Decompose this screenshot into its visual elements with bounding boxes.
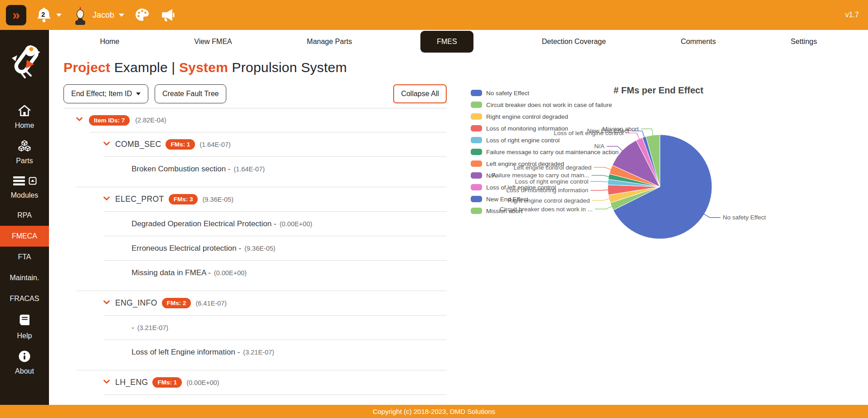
user-name[interactable]: Jacob bbox=[93, 10, 114, 20]
legend-item-mission-abort[interactable]: Mission abort bbox=[471, 205, 619, 217]
sidebar-item-fracas[interactable]: FRACAS bbox=[0, 288, 49, 309]
legend-item-new-end-effect[interactable]: New End Effect bbox=[471, 193, 619, 205]
tree-child-row[interactable]: Degraded Operation Electrical Protection… bbox=[63, 212, 447, 236]
row-value: (1.64E-07) bbox=[234, 165, 265, 173]
sidebar-item-label: Maintain. bbox=[10, 274, 39, 282]
legend-item-no-safety-effect[interactable]: No safety Effect bbox=[471, 87, 619, 99]
failure-mode-label: Degraded Operation Electrical Protection… bbox=[132, 219, 276, 228]
row-value: (9.36E-05) bbox=[202, 196, 234, 203]
legend-item-circuit-breaker-does-not-work-in-case-of-failure[interactable]: Circuit breaker does not work in case of… bbox=[471, 99, 619, 111]
tree-child-row[interactable]: Missing data in FMEA -(0.00E+00) bbox=[63, 261, 447, 285]
row-value: (3.21E-07) bbox=[243, 349, 274, 356]
sidebar-item-modules[interactable]: Modules bbox=[0, 170, 49, 205]
sidebar-toggle-button[interactable]: » bbox=[6, 5, 26, 25]
about-info-icon bbox=[18, 350, 31, 365]
sidebar: HomePartsModulesRPAFMECAFTAMaintain.FRAC… bbox=[0, 30, 49, 405]
expand-chevron-icon[interactable] bbox=[102, 140, 111, 150]
tree-child-row[interactable]: Loss of left Engine information -(3.21E-… bbox=[63, 340, 447, 364]
legend-item-loss-of-right-engine-control[interactable]: Loss of right engine control bbox=[471, 134, 619, 146]
fms-count-badge: FMs: 1 bbox=[152, 377, 182, 388]
fms-count-badge: FMs: 1 bbox=[166, 139, 195, 150]
pie-callout-label: No safety Effect bbox=[723, 214, 766, 221]
create-fault-tree-button[interactable]: Create Fault Tree bbox=[155, 84, 227, 103]
home-icon bbox=[18, 104, 31, 119]
sidebar-item-label: FMECA bbox=[12, 232, 37, 240]
chart-title: # FMs per End Effect bbox=[614, 85, 703, 96]
legend-item-failure-message-to-carry-out-maintenance-action[interactable]: Failure message to carry out maintenance… bbox=[471, 146, 619, 158]
tab-home[interactable]: Home bbox=[94, 34, 126, 49]
sidebar-item-home[interactable]: Home bbox=[0, 100, 49, 135]
sort-dropdown-label: End Effect; Item ID bbox=[71, 90, 132, 98]
group-name: ENG_INFO bbox=[115, 298, 157, 308]
tree-root-row[interactable]: Item IDs: 7(2.82E-04) bbox=[63, 108, 447, 132]
app-version: v1.7 bbox=[845, 11, 859, 19]
legend-label: Loss of left engine control bbox=[486, 184, 556, 191]
tree-child-row[interactable]: -(3.21E-07) bbox=[63, 316, 447, 340]
notifications-caret-icon[interactable] bbox=[56, 14, 62, 17]
user-menu-caret-icon[interactable] bbox=[119, 14, 124, 17]
legend-item-right-engine-control-degraded[interactable]: Right engine control degraded bbox=[471, 111, 619, 122]
failure-mode-label: Erroneous Electrical protection - bbox=[132, 244, 241, 253]
expand-chevron-icon[interactable] bbox=[102, 378, 111, 388]
tab-fmes[interactable]: FMES bbox=[420, 31, 473, 53]
sidebar-item-fta[interactable]: FTA bbox=[0, 247, 49, 267]
tree-child-row[interactable]: Broken Combustion section -(1.64E-07) bbox=[63, 157, 447, 181]
legend-swatch bbox=[471, 137, 482, 143]
legend-item-loss-of-monitoring-information[interactable]: Loss of monitoring information bbox=[471, 122, 619, 134]
sidebar-item-maintain[interactable]: Maintain. bbox=[0, 267, 49, 288]
row-value: (3.21E-07) bbox=[137, 324, 169, 331]
expand-chevron-icon[interactable] bbox=[75, 115, 83, 125]
footer-copyright: Copyright (c) 2018-2023, DMD Solutions bbox=[373, 408, 495, 415]
legend-label: New End Effect bbox=[486, 196, 528, 203]
legend-swatch bbox=[471, 113, 482, 120]
row-value: (0.00E+00) bbox=[279, 220, 312, 228]
legend-label: Circuit breaker does not work in case of… bbox=[486, 102, 612, 108]
sidebar-item-label: Modules bbox=[11, 191, 38, 199]
user-avatar[interactable] bbox=[72, 5, 89, 25]
failure-mode-label: - bbox=[132, 323, 134, 332]
project-name: Example bbox=[114, 60, 168, 75]
tree-group-row-comb-sec[interactable]: COMB_SECFMs: 1(1.64E-07) bbox=[63, 132, 447, 156]
legend-item-n-a[interactable]: N/A bbox=[471, 170, 619, 181]
topbar: » 2 Jacob bbox=[0, 0, 868, 30]
legend-swatch bbox=[471, 196, 482, 202]
sidebar-item-parts[interactable]: Parts bbox=[0, 135, 49, 170]
tree-group-row-lh-eng[interactable]: LH_ENGFMs: 1(0.00E+00) bbox=[63, 370, 447, 394]
tree-group-row-elec-prot[interactable]: ELEC_PROTFMs: 3(9.36E-05) bbox=[63, 187, 447, 211]
legend-item-left-engine-control-degraded[interactable]: Left engine control degraded bbox=[471, 158, 619, 170]
tree-child-row[interactable]: Erroneous Electrical protection -(9.36E-… bbox=[63, 236, 447, 260]
announcements-megaphone-icon[interactable] bbox=[160, 7, 175, 23]
sort-dropdown-button[interactable]: End Effect; Item ID bbox=[63, 84, 148, 103]
legend-label: Mission abort bbox=[486, 208, 522, 214]
sidebar-nav: HomePartsModulesRPAFMECAFTAMaintain.FRAC… bbox=[0, 100, 49, 381]
legend-label: Left engine control degraded bbox=[486, 160, 564, 167]
expand-chevron-icon[interactable] bbox=[102, 194, 111, 204]
tab-view-fmea[interactable]: View FMEA bbox=[188, 34, 238, 49]
sidebar-item-about[interactable]: About bbox=[0, 345, 49, 381]
sidebar-item-label: RPA bbox=[17, 211, 32, 219]
group-name: ELEC_PROT bbox=[115, 194, 164, 204]
tab-detection-coverage[interactable]: Detection Coverage bbox=[536, 34, 612, 49]
tab-comments[interactable]: Comments bbox=[674, 34, 722, 49]
sidebar-item-label: About bbox=[15, 367, 34, 375]
tab-manage-parts[interactable]: Manage Parts bbox=[301, 34, 359, 49]
sidebar-item-rpa[interactable]: RPA bbox=[0, 205, 49, 226]
fmes-tree: Item IDs: 7(2.82E-04)COMB_SECFMs: 1(1.64… bbox=[63, 108, 447, 395]
chart-legend: No safety EffectCircuit breaker does not… bbox=[471, 87, 619, 217]
parts-cubes-icon bbox=[17, 140, 32, 154]
theme-palette-icon[interactable] bbox=[134, 7, 150, 23]
app-logo-bird[interactable] bbox=[5, 42, 44, 82]
legend-item-loss-of-left-engine-control[interactable]: Loss of left engine control bbox=[471, 181, 619, 193]
footer: Copyright (c) 2018-2023, DMD Solutions bbox=[0, 405, 868, 418]
sidebar-item-label: FRACAS bbox=[10, 295, 39, 303]
sidebar-item-fmeca[interactable]: FMECA bbox=[0, 226, 49, 247]
tree-group-row-eng-info[interactable]: ENG_INFOFMs: 2(6.41E-07) bbox=[63, 291, 447, 315]
tab-settings[interactable]: Settings bbox=[785, 34, 824, 49]
collapse-all-button[interactable]: Collapse All bbox=[393, 84, 447, 103]
notifications-bell-icon[interactable]: 2 bbox=[36, 7, 52, 23]
legend-swatch bbox=[471, 208, 482, 214]
fms-pie-chart-panel: # FMs per End Effect No safety EffectCir… bbox=[467, 68, 868, 325]
legend-label: Failure message to carry out maintenance… bbox=[486, 149, 619, 156]
expand-chevron-icon[interactable] bbox=[102, 298, 111, 308]
sidebar-item-help[interactable]: Help bbox=[0, 309, 49, 345]
